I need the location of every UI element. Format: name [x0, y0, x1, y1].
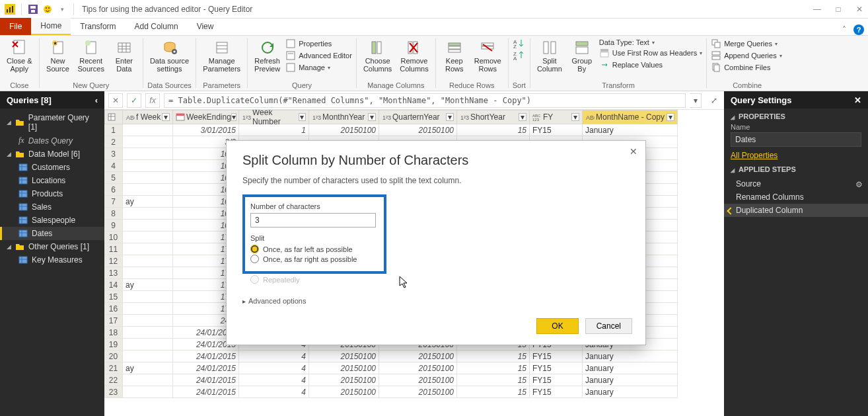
grid-cell[interactable]: 20150100 — [309, 351, 379, 362]
cancel-button[interactable]: Cancel — [585, 318, 632, 334]
row-header[interactable]: 14 — [104, 279, 123, 291]
remove-columns-button[interactable]: Remove Columns — [397, 37, 431, 73]
formula-fx-icon[interactable]: fx — [145, 93, 160, 108]
row-header[interactable]: 19 — [104, 339, 123, 351]
grid-corner[interactable] — [104, 110, 123, 124]
row-header[interactable]: 16 — [104, 303, 123, 315]
gear-icon[interactable]: ⚙ — [855, 180, 863, 189]
numchars-input[interactable] — [250, 213, 376, 228]
applied-steps-title[interactable]: Applied Steps — [731, 165, 861, 173]
tab-home[interactable]: Home — [31, 18, 71, 35]
column-filter-icon[interactable]: ▾ — [667, 113, 674, 121]
enter-data-button[interactable]: Enter Data — [110, 37, 139, 73]
row-header[interactable]: 7 — [104, 196, 123, 208]
grid-cell[interactable]: January — [583, 351, 678, 362]
close-apply-button[interactable]: Close & Apply — [4, 37, 35, 73]
grid-cell[interactable] — [123, 136, 173, 148]
minimize-button[interactable]: — — [813, 5, 822, 14]
column-filter-icon[interactable]: ▾ — [519, 113, 526, 121]
qat-dropdown-icon[interactable]: ▾ — [56, 3, 68, 15]
grid-cell[interactable] — [123, 124, 173, 136]
query-group[interactable]: ◢Data Model [6] — [0, 147, 104, 161]
dialog-close-icon[interactable]: ✕ — [630, 146, 637, 157]
remove-rows-button[interactable]: Remove Rows — [472, 37, 504, 73]
properties-button[interactable]: Properties — [285, 38, 352, 49]
grid-cell[interactable]: 24/01/2015 — [173, 351, 239, 362]
close-window-button[interactable]: ✕ — [855, 5, 864, 14]
query-group[interactable]: ◢Parameter Query [1] — [0, 111, 104, 134]
sort-desc-button[interactable]: ZA — [513, 50, 525, 61]
column-header[interactable]: 1²3Week Number▾ — [239, 110, 309, 124]
grid-cell[interactable] — [123, 374, 173, 386]
query-item[interactable]: Sales — [0, 200, 104, 214]
grid-cell[interactable]: 20150100 — [309, 124, 379, 136]
grid-cell[interactable]: 20150100 — [379, 374, 457, 386]
grid-cell[interactable]: 15 — [457, 124, 530, 136]
column-filter-icon[interactable]: ▾ — [446, 113, 454, 121]
grid-cell[interactable] — [123, 291, 173, 303]
use-first-row-button[interactable]: Use First Row as Headers ▾ — [599, 48, 702, 58]
grid-cell[interactable]: FY15 — [530, 124, 583, 136]
grid-cell[interactable]: FY15 — [530, 386, 583, 398]
grid-cell[interactable]: January — [583, 374, 678, 386]
grid-cell[interactable]: FY15 — [530, 374, 583, 386]
choose-columns-button[interactable]: Choose Columns — [361, 37, 394, 73]
column-header[interactable]: 1²3ShortYear▾ — [457, 110, 530, 124]
refresh-preview-button[interactable]: Refresh Preview — [252, 37, 283, 73]
grid-cell[interactable]: 4 — [239, 362, 309, 374]
grid-cell[interactable]: 4 — [239, 374, 309, 386]
applied-step[interactable]: Source⚙ — [724, 177, 868, 190]
row-header[interactable]: 22 — [104, 374, 123, 386]
data-source-settings-button[interactable]: Data source settings — [147, 37, 192, 73]
grid-cell[interactable]: 15 — [457, 351, 530, 362]
row-header[interactable]: 1 — [104, 124, 123, 136]
grid-cell[interactable]: 20150100 — [309, 386, 379, 398]
ok-button[interactable]: OK — [536, 318, 578, 334]
row-header[interactable]: 15 — [104, 291, 123, 303]
column-filter-icon[interactable]: ▾ — [299, 113, 306, 121]
properties-section-title[interactable]: Properties — [731, 112, 861, 120]
new-source-button[interactable]: ★New Source — [44, 37, 73, 73]
append-queries-button[interactable]: Append Queries ▾ — [711, 50, 783, 61]
tab-transform[interactable]: Transform — [71, 18, 125, 35]
grid-cell[interactable] — [123, 315, 173, 327]
grid-cell[interactable]: 20150100 — [379, 386, 457, 398]
column-filter-icon[interactable]: ▾ — [368, 113, 376, 121]
all-properties-link[interactable]: All Properties — [731, 151, 778, 160]
grid-cell[interactable]: 15 — [457, 386, 530, 398]
collapse-ribbon-icon[interactable]: ˄ — [839, 24, 850, 35]
grid-cell[interactable]: 4 — [239, 386, 309, 398]
maximize-button[interactable]: □ — [834, 5, 843, 14]
column-header[interactable]: WeekEnding▾ — [173, 110, 239, 124]
formula-input[interactable] — [164, 93, 686, 108]
query-item[interactable]: Salespeople — [0, 214, 104, 227]
split-column-button[interactable]: Split Column — [534, 37, 565, 73]
grid-cell[interactable] — [123, 172, 173, 184]
close-settings-icon[interactable]: ✕ — [854, 95, 861, 105]
column-header[interactable]: 1²3QuarternYear▾ — [379, 110, 457, 124]
grid-cell[interactable]: 20150100 — [309, 362, 379, 374]
grid-cell[interactable]: 24/01/2015 — [173, 386, 239, 398]
grid-cell[interactable]: 15 — [457, 362, 530, 374]
row-header[interactable]: 23 — [104, 386, 123, 398]
tab-add-column[interactable]: Add Column — [126, 18, 188, 35]
query-item[interactable]: Products — [0, 187, 104, 200]
row-header[interactable]: 8 — [104, 208, 123, 220]
recent-sources-button[interactable]: Recent Sources — [75, 37, 107, 73]
grid-cell[interactable]: 20150100 — [379, 362, 457, 374]
row-header[interactable]: 21 — [104, 362, 123, 374]
column-filter-icon[interactable]: ▾ — [571, 113, 579, 121]
advanced-editor-button[interactable]: Advanced Editor — [285, 50, 352, 61]
manage-button[interactable]: Manage ▾ — [285, 62, 352, 73]
combine-files-button[interactable]: Combine Files — [711, 62, 783, 73]
query-item[interactable]: Dates — [0, 227, 104, 240]
formula-cancel-icon[interactable]: ✕ — [108, 93, 123, 108]
query-group[interactable]: ◢Other Queries [1] — [0, 240, 104, 253]
manage-parameters-button[interactable]: Manage Parameters — [200, 37, 243, 73]
row-header[interactable]: 20 — [104, 351, 123, 362]
group-by-button[interactable]: Group By — [567, 37, 597, 73]
grid-cell[interactable]: January — [583, 362, 678, 374]
query-item[interactable]: Key Measures — [0, 253, 104, 267]
grid-cell[interactable] — [123, 208, 173, 220]
collapse-queries-icon[interactable]: ‹ — [95, 95, 98, 105]
